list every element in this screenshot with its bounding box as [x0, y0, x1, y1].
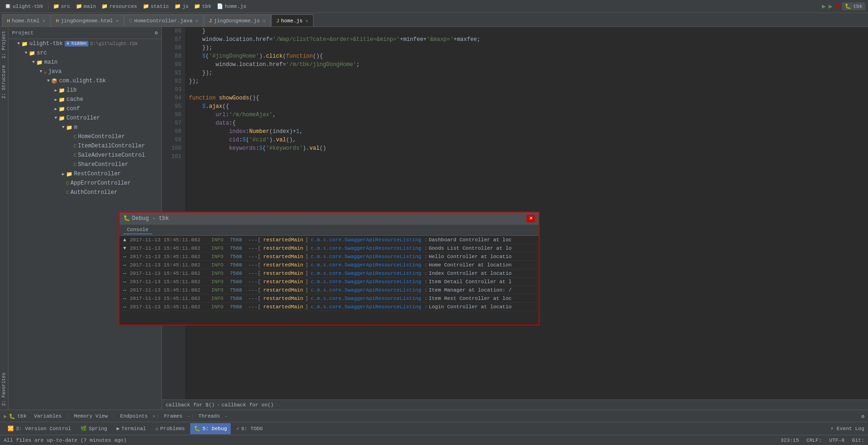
breadcrumb-callback-dollar[interactable]: callback for $() [166, 402, 215, 408]
toolbar-tbk[interactable]: 📁 tbk [192, 2, 213, 10]
log-level-3: INFO [211, 262, 230, 268]
tree-label-cache: cache [67, 96, 83, 103]
debug-run-icon[interactable]: ▶ [828, 2, 832, 10]
tree-item-lib[interactable]: ▶ 📁 lib [8, 86, 161, 95]
left-nav-structure[interactable]: 2: Structure [0, 63, 7, 100]
log-threadname-3: restartedMain [263, 262, 305, 268]
tab-close-homecontroller[interactable]: ✕ [195, 18, 198, 24]
toolbar-homejs[interactable]: 📄 home.js [215, 2, 248, 10]
log-threadname-4: restartedMain [263, 271, 305, 276]
log-bracketclose-2: ] [305, 254, 311, 259]
stop-icon[interactable]: ■ [835, 3, 839, 10]
toolbar-js[interactable]: 📁 js [173, 2, 190, 10]
log-bracket-8: [ [258, 304, 263, 310]
log-bracket-2: [ [258, 254, 263, 259]
terminal-label: Terminal [121, 426, 146, 432]
debug-tab-threads[interactable]: Threads [195, 412, 224, 420]
tree-label-saleadvertise: SaleAdvertiseControl [78, 152, 145, 159]
tree-item-conf[interactable]: ▶ 📁 conf [8, 104, 161, 113]
versioncontrol-label: 3: Version Control [16, 426, 71, 432]
toolbar-src[interactable]: 📁 src [51, 2, 72, 10]
debug-console-content[interactable]: ▲ 2017-11-13 15:45:11.082 INFO 7568 --- … [120, 236, 539, 325]
tree-item-main[interactable]: ▼ 📁 main [8, 58, 161, 67]
toolbar-static[interactable]: 📁 static [141, 2, 171, 10]
debug-tab-frames[interactable]: Frames [160, 412, 186, 420]
tbk-selector[interactable]: 🐛 tbk [842, 2, 865, 10]
debug-frames-icon: → [187, 414, 190, 419]
file-icon-homecontroller: C [73, 134, 77, 139]
tree-item-java[interactable]: ▼ ☕ java [8, 67, 161, 76]
debug-popup-title: 🐛 Debug - tbk ✕ [120, 213, 539, 225]
tab-homecontroller[interactable]: C HomeController.java ✕ [124, 14, 203, 27]
bottom-tab-todo[interactable]: ✓ 6: TODO [233, 423, 267, 434]
tree-item-restcontroller[interactable]: ▶ 📁 RestController [8, 169, 161, 179]
debug-tab-endpoints[interactable]: Endpoints [116, 412, 151, 420]
tree-item-homecontroller[interactable]: ▶ C HomeController [8, 132, 161, 141]
log-bracket-0: [ [258, 237, 263, 243]
log-bracket-1: [ [258, 246, 263, 251]
log-bracketclose-6: ] [305, 287, 311, 293]
debug-run-small-icon[interactable]: ▶ [4, 413, 7, 420]
debug-endpoints-close[interactable]: ✕ [153, 413, 155, 419]
code-line-96: url:'/m/homeAjax', [189, 111, 864, 119]
debug-console-tab[interactable]: Console [123, 226, 152, 234]
code-line-86: } [189, 27, 864, 35]
toolbar-resources[interactable]: 📁 resources [100, 2, 139, 10]
status-crlf[interactable]: CRLF: [807, 438, 822, 443]
bottom-tab-versioncontrol[interactable]: 🔀 3: Version Control [4, 423, 75, 434]
log-level-0: INFO [211, 237, 230, 243]
debug-tab-variables[interactable]: Variables [30, 412, 65, 420]
tree-item-saleadvertise[interactable]: ▶ C SaleAdvertiseControl [8, 151, 161, 160]
tab-close-jingdonghomehtml[interactable]: ✕ [116, 18, 119, 24]
debug-tab-memoryview[interactable]: Memory View [70, 412, 112, 420]
left-nav-project[interactable]: 1: Project [0, 29, 7, 60]
folder-icon-ulight-tbk: 📁 [21, 41, 28, 47]
left-nav-favorites[interactable]: 2: Favorites [0, 371, 7, 408]
tab-icon-jingdonghomehtml: H [56, 18, 59, 24]
log-bracketclose-4: ] [305, 271, 311, 276]
log-bracketclose-0: ] [305, 237, 311, 243]
tab-homehtml[interactable]: H home.html ✕ [2, 14, 50, 27]
toolbar-ulight-tbk[interactable]: 🔲 ulight-tbk [3, 2, 45, 10]
log-row: ↔ 2017-11-13 15:45:11.082 INFO 7568 --- … [120, 303, 539, 311]
log-row: ▼ 2017-11-13 15:45:11.082 INFO 7568 --- … [120, 244, 539, 252]
debug-popup-close[interactable]: ✕ [527, 215, 535, 222]
tab-homejs[interactable]: J home.js ✕ [271, 14, 314, 27]
debug-tab-sep3: | [156, 413, 160, 419]
toolbar-resources-label: resources [109, 4, 137, 9]
tree-item-itemdetailcontroller[interactable]: ▶ C ItemDetailController [8, 141, 161, 151]
log-icon-4: ↔ [121, 271, 128, 276]
log-threadname-2: restartedMain [263, 254, 305, 259]
status-charset[interactable]: UTF-8 [829, 438, 845, 443]
tree-item-m[interactable]: ▼ 📁 m [8, 123, 161, 132]
debug-settings-icon[interactable]: ⚙ [861, 414, 864, 419]
tree-item-apperror[interactable]: ▶ C AppErrorController [8, 179, 161, 188]
tab-jingdonghomehtml[interactable]: H jingDongHome.html ✕ [51, 14, 124, 27]
bottom-tab-spring[interactable]: 🌿 Spring [77, 423, 111, 434]
tree-item-controller[interactable]: ▼ 📁 Controller [8, 113, 161, 123]
tree-item-com-ulight-tbk[interactable]: ▼ 📦 com.ulight.tbk [8, 76, 161, 86]
debug-tab-icon: 🐛 [194, 425, 200, 432]
bottom-tab-debug[interactable]: 🐛 5: Debug [190, 423, 231, 434]
status-git[interactable]: Git: [852, 438, 864, 443]
breadcrumb-callback-on[interactable]: callback for on() [221, 402, 274, 408]
tab-jingdonghomejs[interactable]: J jingDongHome.js ✕ [204, 14, 271, 27]
bottom-tab-terminal[interactable]: ▶ Terminal [113, 423, 149, 434]
sidebar-settings-icon[interactable]: ⚙ [154, 30, 158, 36]
tree-item-cache[interactable]: ▶ 📁 cache [8, 95, 161, 104]
log-icon-0: ▲ [121, 237, 128, 243]
tree-item-src[interactable]: ▼ 📁 src [8, 48, 161, 58]
log-row: ↔ 2017-11-13 15:45:11.082 INFO 7568 --- … [120, 286, 539, 294]
event-log-btn[interactable]: ⚡ Event Log [830, 425, 864, 432]
tab-close-homejs[interactable]: ✕ [305, 18, 308, 24]
tree-item-sharecontroller[interactable]: ▶ C ShareController [8, 160, 161, 169]
tab-close-jingdonghomejs[interactable]: ✕ [263, 18, 266, 24]
bottom-tab-problems[interactable]: ⚠ Problems [152, 423, 188, 434]
status-linecol[interactable]: 323:15 [781, 438, 799, 443]
run-icon[interactable]: ▶ [822, 2, 826, 10]
tab-close-homehtml[interactable]: ✕ [42, 18, 45, 24]
toolbar-main[interactable]: 📁 main [74, 2, 98, 10]
log-message-0: Dashboard Controller at loc [429, 237, 537, 243]
tree-item-authcontroller[interactable]: ▶ C AuthController [8, 188, 161, 197]
tree-item-ulight-tbk[interactable]: ▼ 📁 ulight-tbk 4 hidden D:\git\ulight-tb… [8, 39, 161, 48]
